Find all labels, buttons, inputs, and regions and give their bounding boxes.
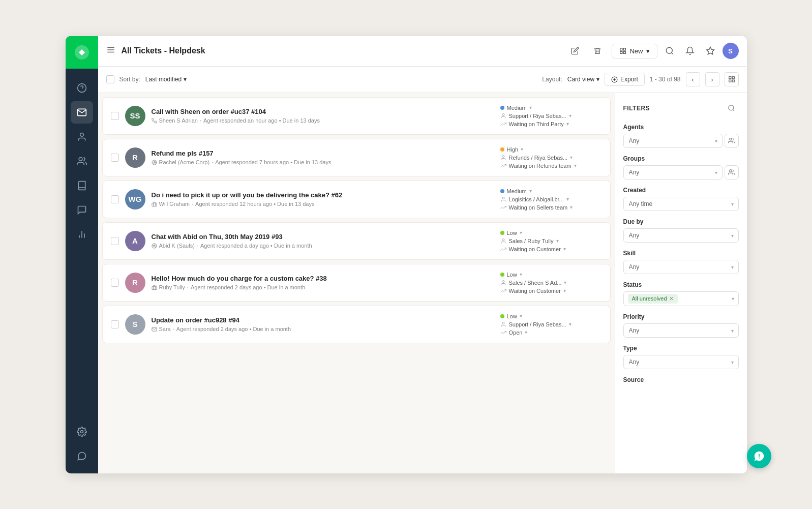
filter-agents-select[interactable]: Any: [623, 134, 723, 148]
ticket-card[interactable]: R Refund me pls #157 Rachel (Acme Corp) …: [102, 139, 611, 176]
ticket-time-info: Agent responded 2 days ago • Due in a mo…: [191, 284, 305, 290]
ticket-priority-row[interactable]: Medium ▾: [500, 188, 532, 194]
filter-skill-select[interactable]: Any: [623, 260, 739, 274]
svg-point-3: [80, 133, 83, 136]
ticket-card[interactable]: S Update on order #uc928 #94 Sara · Agen…: [102, 306, 611, 343]
sidebar-item-knowledge[interactable]: [71, 174, 93, 197]
logo[interactable]: [66, 36, 98, 69]
sidebar-item-tickets[interactable]: [71, 101, 93, 124]
ticket-card[interactable]: SS Call with Sheen on order #uc37 #104 S…: [102, 97, 611, 135]
ticket-tags: Low ▾ Sales / Ruby Tully ▾ Waiting on Cu…: [500, 230, 602, 252]
ticket-team-row[interactable]: Refunds / Riya Sebas... ▾: [500, 155, 573, 161]
filter-type-select[interactable]: Any: [623, 355, 739, 369]
ticket-priority-row[interactable]: Low ▾: [500, 272, 522, 278]
status-chevron-icon: ▾: [563, 288, 566, 293]
ticket-dot: ·: [187, 284, 189, 290]
sidebar-item-chat[interactable]: [71, 445, 93, 467]
ticket-status-row[interactable]: Waiting on Customer ▾: [500, 246, 566, 252]
filters-panel: FILTERS Agents Any: [615, 93, 747, 473]
filter-priority-select[interactable]: Any: [623, 323, 739, 338]
filter-groups-extra[interactable]: [725, 165, 739, 179]
ticket-status-row[interactable]: Open ▾: [500, 330, 528, 336]
grid-view-button[interactable]: [725, 72, 739, 86]
layout-selector[interactable]: Card view ▾: [567, 76, 599, 83]
ticket-card[interactable]: A Chat with Abid on Thu, 30th May 2019 #…: [102, 222, 611, 260]
filter-agents-extra[interactable]: [725, 134, 739, 148]
ticket-checkbox[interactable]: [111, 237, 119, 245]
filter-search-icon[interactable]: [725, 101, 739, 115]
ticket-dot: ·: [200, 117, 201, 124]
sidebar-bottom: [71, 421, 93, 467]
svg-point-4: [79, 157, 82, 161]
edit-icon[interactable]: [567, 43, 583, 59]
sidebar-item-settings[interactable]: [71, 421, 93, 443]
ticket-checkbox[interactable]: [111, 195, 119, 203]
ticket-team-row[interactable]: Sales / Sheen S Ad... ▾: [500, 280, 567, 286]
ticket-status-row[interactable]: Waiting on Sellers team ▾: [500, 204, 573, 211]
ticket-status-row[interactable]: Waiting on Customer ▾: [500, 288, 566, 294]
ticket-tags: Medium ▾ Support / Riya Sebas... ▾ Waiti…: [500, 105, 602, 127]
ticket-priority-row[interactable]: Medium ▾: [500, 105, 532, 111]
delete-icon[interactable]: [589, 43, 606, 59]
ticket-status-row[interactable]: Waiting on Third Party ▾: [500, 121, 569, 127]
ticket-checkbox[interactable]: [111, 279, 119, 287]
search-icon[interactable]: [661, 43, 678, 59]
ticket-team-row[interactable]: Support / Riya Sebas... ▾: [500, 321, 572, 327]
ticket-team: Support / Riya Sebas...: [509, 113, 566, 119]
ticket-tags: High ▾ Refunds / Riya Sebas... ▾ Waiting…: [500, 146, 602, 169]
sidebar-item-conversations[interactable]: [71, 199, 93, 221]
export-button[interactable]: Export: [605, 73, 645, 86]
sidebar-item-teams[interactable]: [71, 150, 93, 172]
user-avatar[interactable]: S: [723, 43, 739, 59]
prev-page-button[interactable]: ‹: [686, 72, 700, 86]
ticket-title: Call with Sheen on order #uc37 #104: [152, 108, 494, 115]
filter-created-label: Created: [623, 187, 739, 194]
ticket-priority-row[interactable]: Low ▾: [500, 313, 522, 319]
sidebar-item-reports[interactable]: [71, 223, 93, 246]
ticket-meta: Will Graham · Agent responded 12 hours a…: [152, 201, 494, 207]
ticket-status-row[interactable]: Waiting on Refunds team ▾: [500, 163, 577, 169]
ticket-tags: Medium ▾ Logisitics / Abigail.br... ▾ Wa…: [500, 188, 602, 211]
ticket-checkbox[interactable]: [111, 320, 119, 328]
sort-selector[interactable]: Last modified ▾: [145, 76, 187, 83]
ticket-info: Call with Sheen on order #uc37 #104 Shee…: [152, 108, 494, 124]
ticket-priority-row[interactable]: High ▾: [500, 146, 524, 153]
ticket-team-row[interactable]: Sales / Ruby Tully ▾: [500, 238, 559, 244]
menu-icon[interactable]: [106, 45, 115, 57]
export-label: Export: [620, 76, 638, 83]
select-all-checkbox[interactable]: [106, 75, 114, 83]
new-button[interactable]: New ▾: [612, 44, 657, 58]
bell-icon[interactable]: [682, 43, 698, 59]
team-chevron-icon: ▾: [556, 238, 559, 244]
filter-due-select[interactable]: Any: [623, 228, 739, 243]
ticket-author: Sara: [159, 326, 171, 332]
filter-status-tag: All unresolved ✕: [628, 294, 678, 304]
new-chevron-icon: ▾: [646, 47, 650, 55]
chat-float-button[interactable]: [747, 444, 771, 468]
ticket-checkbox[interactable]: [111, 112, 119, 120]
ticket-team-row[interactable]: Support / Riya Sebas... ▾: [500, 113, 572, 119]
toolbar-right: Layout: Card view ▾ Export 1 - 30 of 98 …: [542, 72, 738, 86]
ticket-card[interactable]: R Hello! How much do you charge for a cu…: [102, 264, 611, 302]
ticket-meta: Abid K (Sauls) · Agent responded a day a…: [152, 243, 494, 249]
ticket-team-row[interactable]: Logisitics / Abigail.br... ▾: [500, 196, 569, 202]
magic-icon[interactable]: [702, 43, 718, 59]
priority-chevron-icon: ▾: [520, 230, 522, 235]
layout-chevron-icon: ▾: [596, 76, 599, 83]
filter-status-chevron[interactable]: ▾: [732, 296, 734, 302]
status-chevron-icon: ▾: [525, 330, 527, 335]
filter-status-remove[interactable]: ✕: [669, 295, 674, 302]
ticket-card[interactable]: WG Do i need to pick it up or will you b…: [102, 181, 611, 218]
sidebar-item-contacts[interactable]: [71, 126, 93, 148]
team-chevron-icon: ▾: [570, 155, 573, 160]
svg-point-38: [730, 138, 732, 140]
ticket-tags: Low ▾ Sales / Sheen S Ad... ▾ Waiting on…: [500, 272, 602, 294]
ticket-priority-row[interactable]: Low ▾: [500, 230, 522, 236]
filter-groups-select[interactable]: Any: [623, 165, 723, 179]
sidebar-item-help[interactable]: [71, 77, 93, 99]
sort-label: Sort by:: [119, 76, 140, 83]
filter-created-select[interactable]: Any time: [623, 197, 739, 211]
ticket-dot: ·: [192, 201, 193, 207]
ticket-checkbox[interactable]: [111, 154, 119, 162]
next-page-button[interactable]: ›: [705, 72, 719, 86]
